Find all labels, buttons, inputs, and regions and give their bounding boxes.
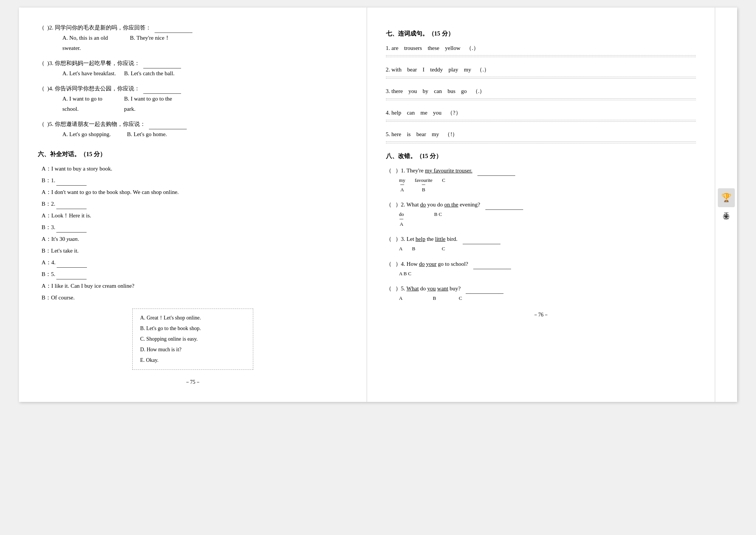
paren-4: （ bbox=[38, 84, 45, 94]
s3-w5: go bbox=[461, 86, 467, 96]
dialog-B2: B：2. bbox=[38, 199, 348, 209]
q3-num: )3. bbox=[47, 60, 53, 66]
error-content-5: ）5. What do you want buy? A bbox=[395, 284, 696, 302]
error-item-4: （ ）4. How do your go to school? A B C bbox=[386, 259, 696, 278]
q2-optionA: A. No, this is an old sweater. bbox=[62, 33, 125, 53]
s2-w5: my bbox=[464, 65, 471, 75]
error5-answer[interactable] bbox=[466, 293, 503, 294]
q2-options: A. No, this is an old sweater. B. They'r… bbox=[47, 33, 192, 53]
sentence-item-5: 5. here is bear my （!） bbox=[386, 129, 696, 143]
section6: 六、补全对话。（15 分） A：I want to buy a story bo… bbox=[38, 149, 348, 370]
blank-B5[interactable] bbox=[56, 279, 87, 279]
sentence-item-1: 1. are trousers these yellow （.） bbox=[386, 43, 696, 57]
s1-line2 bbox=[386, 57, 696, 57]
error1-answer[interactable] bbox=[477, 175, 515, 176]
left-page-number: －75－ bbox=[38, 377, 348, 387]
error-item-1: （ ）1. They're my favourite trouser. my A bbox=[386, 166, 696, 194]
e1-text3: favourite bbox=[434, 167, 455, 174]
e4-text4: your bbox=[426, 261, 437, 267]
right-page-number: －76－ bbox=[386, 310, 696, 319]
e1-A: my A bbox=[399, 176, 406, 194]
q5-optionB: B. Let's go home. bbox=[127, 129, 187, 140]
blank-B2[interactable] bbox=[56, 209, 87, 209]
section5-continuation: （ )2. 同学问你的毛衣是新的吗，你应回答： A. No, this is a… bbox=[38, 23, 348, 141]
right-page: 七、连词成句。（15 分） 1. are trousers these yell… bbox=[367, 8, 715, 402]
question-item-3: （ )3. 你想和妈妈一起吃早餐，你应说： A. Let's have brea… bbox=[38, 58, 348, 81]
sentence-item-3: 3. there you by can bus go （.） bbox=[386, 86, 696, 100]
s4-line2 bbox=[386, 121, 696, 122]
s5-line2 bbox=[386, 143, 696, 143]
s3-line2 bbox=[386, 100, 696, 100]
s2-w4: play bbox=[448, 65, 458, 75]
q4-optionB: B. I want to go to the park. bbox=[124, 94, 181, 114]
s5-punc: （!） bbox=[445, 129, 458, 140]
error2-sentence: ）2. What do you do on the evening? bbox=[395, 200, 696, 210]
s5-w3: my bbox=[432, 129, 439, 140]
sentence1-words: 1. are trousers these yellow （.） bbox=[386, 43, 696, 53]
s3-punc: （.） bbox=[472, 86, 485, 96]
choice-A: A. Great！Let's shop online. bbox=[140, 313, 245, 323]
q4-optionA: A. I want to go to school. bbox=[62, 94, 119, 114]
error-content-2: ）2. What do you do on the evening? do A bbox=[395, 200, 696, 228]
s5-line1 bbox=[386, 141, 696, 142]
s4-w1: can bbox=[407, 108, 415, 118]
dialog-A1: A：I want to buy a story book. bbox=[38, 164, 348, 174]
e4-A: A B C bbox=[399, 269, 412, 278]
error-item-5: （ ）5. What do you want buy? bbox=[386, 284, 696, 302]
right-sidebar: 🏆 正 太 ㊙ bbox=[715, 8, 737, 402]
question-5-content: )5. 你想邀请朋友一起去购物，你应说： A. Let's go shoppin… bbox=[47, 119, 187, 141]
e4-text5: go to school? bbox=[438, 261, 468, 267]
error-item-2: （ ）2. What do you do on the evening? do bbox=[386, 200, 696, 228]
dialog-B4-static: B：Let's take it. bbox=[38, 246, 348, 256]
error-paren-2: （ bbox=[386, 200, 395, 210]
dialog-A2: A：I don't want to go to the book shop. W… bbox=[38, 187, 348, 197]
e2-text2: do bbox=[420, 202, 426, 208]
e2-num: ）2. bbox=[395, 202, 407, 208]
e3-B: B bbox=[412, 244, 415, 253]
e2-A: do A bbox=[399, 210, 404, 228]
question-2-text: )2. 同学问你的毛衣是新的吗，你应回答： bbox=[47, 23, 192, 33]
s5-num: 5. here bbox=[386, 129, 401, 140]
blank-A4[interactable] bbox=[57, 267, 87, 268]
error2-abc: do A B C bbox=[395, 210, 696, 228]
q5-question: 你想邀请朋友一起去购物，你应说： bbox=[55, 121, 146, 127]
s2-line1 bbox=[386, 77, 696, 77]
sidebar-content: 🏆 正 太 ㊙ bbox=[718, 188, 735, 221]
q5-options: A. Let's go shopping. B. Let's go home. bbox=[47, 129, 187, 140]
q2-num: )2. bbox=[47, 25, 53, 31]
s1-w3: yellow bbox=[445, 43, 460, 53]
sentence-item-4: 4. help can me you （?） bbox=[386, 108, 696, 122]
left-page: （ )2. 同学问你的毛衣是新的吗，你应回答： A. No, this is a… bbox=[19, 8, 367, 402]
s5-w1: is bbox=[407, 129, 411, 140]
error1-abc: my A favourite B C bbox=[395, 176, 696, 194]
e5-text2: do bbox=[420, 285, 428, 292]
q3-optionA: A. Let's have breakfast. bbox=[62, 68, 119, 79]
paren-2: （ bbox=[38, 23, 45, 33]
error4-answer[interactable] bbox=[473, 269, 511, 269]
error-paren-5: （ bbox=[386, 284, 395, 294]
s4-w3: you bbox=[433, 108, 442, 118]
q5-num: )5. bbox=[47, 121, 53, 127]
e2-text4: on the bbox=[444, 202, 458, 208]
error3-answer[interactable] bbox=[463, 244, 500, 244]
q3-optionB: B. Let's catch the ball. bbox=[124, 68, 181, 79]
s4-w2: me bbox=[420, 108, 427, 118]
error5-abc: A B C bbox=[395, 294, 696, 302]
e5-A: A bbox=[399, 294, 403, 302]
error-content-4: ）4. How do your go to school? A B C bbox=[395, 259, 696, 278]
dialog-A6: A：I like it. Can I buy ice cream online? bbox=[38, 281, 348, 291]
s2-w2: I bbox=[423, 65, 424, 75]
s1-w2: these bbox=[428, 43, 439, 53]
blank-B1[interactable] bbox=[56, 185, 87, 186]
q4-num: )4. bbox=[47, 85, 53, 91]
error-paren-3: （ bbox=[386, 234, 395, 244]
e5-text5: want bbox=[437, 285, 448, 292]
dialog-B1: B：1. bbox=[38, 175, 348, 186]
error2-answer[interactable] bbox=[485, 209, 523, 210]
s4-line1 bbox=[386, 120, 696, 120]
q4-options: A. I want to go to school. B. I want to … bbox=[47, 94, 181, 114]
blank-B3[interactable] bbox=[56, 232, 87, 233]
q3-question: 你想和妈妈一起吃早餐，你应说： bbox=[55, 60, 140, 66]
q4-question: 你告诉同学你想去公园，你应说： bbox=[55, 85, 140, 91]
e1-text4: trouser. bbox=[455, 167, 472, 174]
